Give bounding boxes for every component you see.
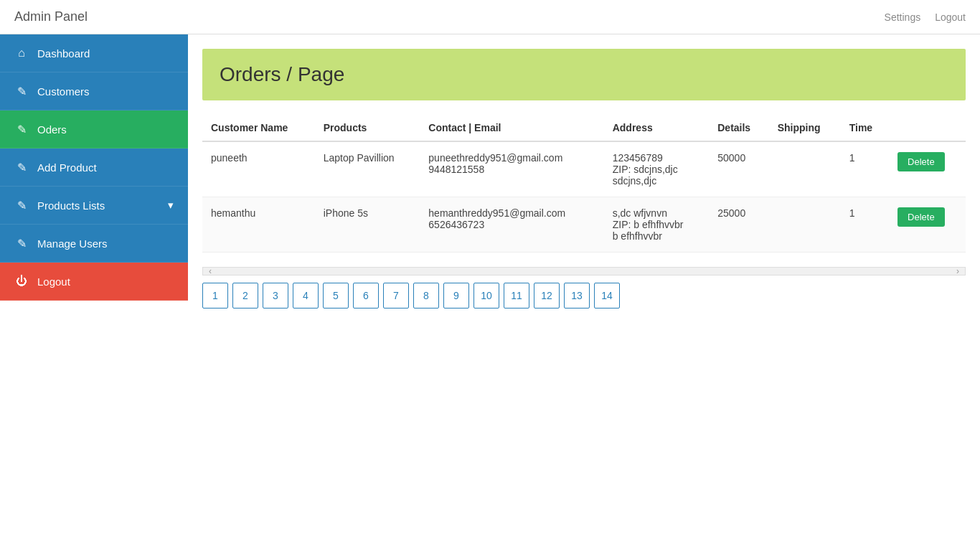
col-address: Address [604,115,710,141]
edit-icon [14,84,29,98]
cell-contact-email: hemanthreddy951@gmail.com 6526436723 [420,197,603,253]
chevron-down-icon: ▾ [168,199,174,212]
page-button[interactable]: 12 [534,283,560,309]
col-customer-name: Customer Name [202,115,315,141]
horizontal-scrollbar[interactable]: ‹ › [202,267,966,276]
sidebar-item-add-product[interactable]: Add Product [0,149,188,187]
sidebar-item-manage-users[interactable]: Manage Users [0,225,188,263]
cell-action: Delete [889,197,966,253]
page-button[interactable]: 4 [293,283,319,309]
page-button[interactable]: 7 [383,283,409,309]
power-icon [14,274,29,288]
settings-link[interactable]: Settings [885,11,921,23]
sidebar-item-label: Manage Users [37,237,108,250]
cell-time: 1 [841,141,889,197]
page-button[interactable]: 5 [323,283,349,309]
edit-icon [14,122,29,136]
page-button[interactable]: 11 [504,283,529,309]
cell-address: s,dc wfjvnvn ZIP: b efhfhvvbr b efhfhvvb… [604,197,710,253]
top-nav: Admin Panel Settings Logout [0,0,980,34]
table-row: hemanthu iPhone 5s hemanthreddy951@gmail… [202,197,966,253]
sidebar-item-label: Logout [37,276,70,288]
page-button[interactable]: 9 [443,283,469,309]
page-button[interactable]: 1 [202,283,228,309]
cell-contact-email: puneethreddy951@gmail.com 9448121558 [420,141,603,197]
cell-shipping [769,141,841,197]
cell-customer-name: hemanthu [202,197,315,253]
page-title: Orders / Page [220,63,948,86]
sidebar-item-products-lists[interactable]: Products Lists ▾ [0,187,188,225]
main-content: Orders / Page Customer Name Products Con… [188,34,980,551]
delete-button[interactable]: Delete [897,152,945,171]
logout-link[interactable]: Logout [935,11,966,23]
cell-details: 50000 [709,141,768,197]
col-contact-email: Contact | Email [420,115,603,141]
sidebar-item-label: Oders [37,123,67,136]
col-products: Products [315,115,420,141]
sidebar-item-logout[interactable]: Logout [0,263,188,301]
edit-icon [14,160,29,174]
orders-table: Customer Name Products Contact | Email A… [202,115,966,253]
scroll-right-arrow[interactable]: › [953,266,962,276]
cell-time: 1 [841,197,889,253]
col-action [889,115,966,141]
cell-details: 25000 [709,197,768,253]
page-button[interactable]: 6 [353,283,379,309]
cell-customer-name: puneeth [202,141,315,197]
nav-right: Settings Logout [885,11,966,23]
page-button[interactable]: 13 [564,283,590,309]
delete-button[interactable]: Delete [897,207,945,227]
sidebar-item-label: Dashboard [37,47,90,60]
scroll-left-arrow[interactable]: ‹ [206,266,215,276]
cell-address: 123456789 ZIP: sdcjns,djc sdcjns,djc [604,141,710,197]
edit-icon [14,236,29,250]
home-icon [14,46,29,60]
page-button[interactable]: 3 [263,283,288,309]
col-details: Details [709,115,768,141]
sidebar-item-label: Customers [37,85,90,98]
sidebar-item-label: Add Product [37,161,97,174]
page-button[interactable]: 10 [473,283,499,309]
page-button[interactable]: 8 [413,283,439,309]
cell-action: Delete [889,141,966,197]
sidebar-item-dashboard[interactable]: Dashboard [0,34,188,72]
layout: Dashboard Customers Oders Add Product Pr… [0,34,980,551]
sidebar-item-customers[interactable]: Customers [0,72,188,110]
col-shipping: Shipping [769,115,841,141]
pagination: 1234567891011121314 [202,283,966,309]
cell-products: iPhone 5s [315,197,420,253]
cell-shipping [769,197,841,253]
table-row: puneeth Laptop Pavillion puneethreddy951… [202,141,966,197]
edit-icon [14,198,29,212]
sidebar: Dashboard Customers Oders Add Product Pr… [0,34,188,551]
page-button[interactable]: 2 [232,283,258,309]
page-header: Orders / Page [202,49,966,100]
col-time: Time [841,115,889,141]
app-title: Admin Panel [14,9,88,24]
page-button[interactable]: 14 [594,283,620,309]
cell-products: Laptop Pavillion [315,141,420,197]
sidebar-item-orders[interactable]: Oders [0,110,188,149]
sidebar-item-label: Products Lists [37,199,105,212]
